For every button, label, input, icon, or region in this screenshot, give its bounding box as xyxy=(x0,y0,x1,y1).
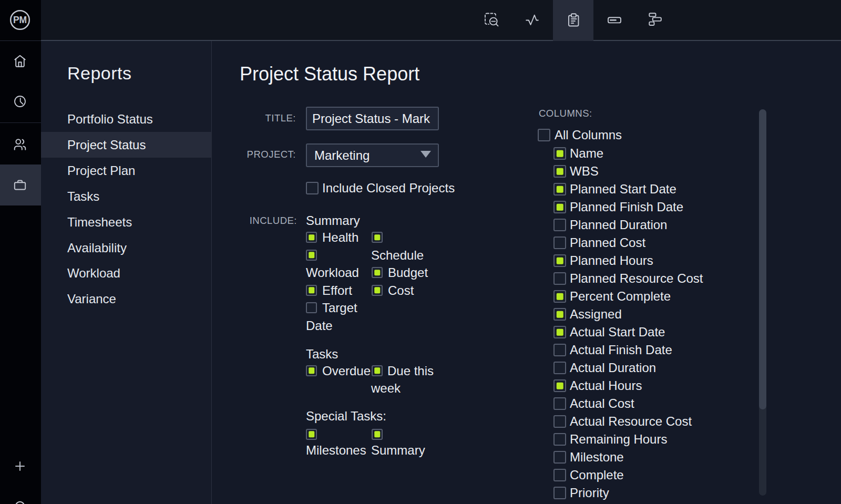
svg-text:PM: PM xyxy=(13,15,27,25)
